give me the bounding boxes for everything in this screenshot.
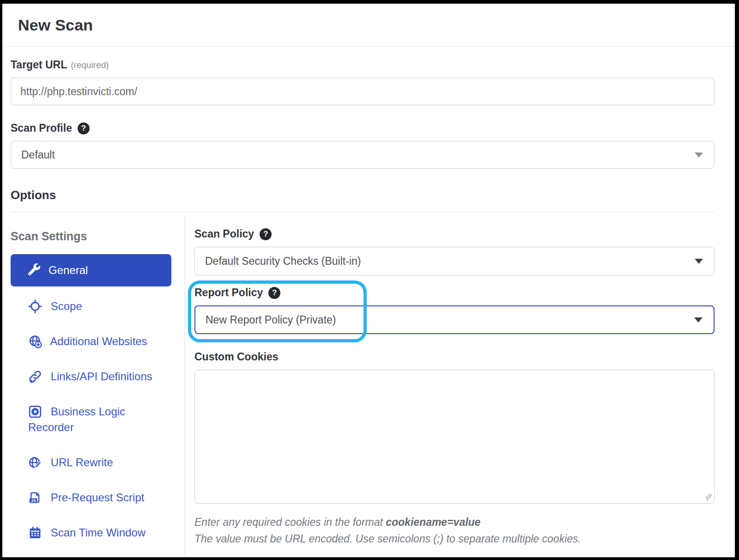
scan-policy-label: Scan Policy xyxy=(194,228,254,240)
sidebar-item-label: URL Rewrite xyxy=(51,456,113,469)
chevron-down-icon xyxy=(695,259,703,264)
wrench-icon xyxy=(28,263,42,277)
sidebar-item-links-api-definitions[interactable]: Links/API Definitions xyxy=(11,369,168,384)
play-square-icon xyxy=(28,405,42,419)
sidebar-item-pre-request-script[interactable]: JS Pre-Request Script xyxy=(11,490,168,505)
sidebar-item-label: Scan Time Window xyxy=(51,526,145,539)
crosshair-icon xyxy=(28,299,42,313)
resize-handle[interactable] xyxy=(706,494,712,500)
report-policy-label-row: Report Policy ? xyxy=(194,286,715,299)
sidebar-heading: Scan Settings xyxy=(11,230,179,243)
scan-settings-sidebar: Scan Settings General Scope xyxy=(11,216,185,560)
scan-profile-label-row: Scan Profile ? xyxy=(11,122,715,134)
options-divider xyxy=(11,212,715,212)
custom-cookies-label: Custom Cookies xyxy=(194,351,278,363)
scan-policy-value: Default Security Checks (Built-in) xyxy=(205,255,361,268)
sidebar-item-scan-time-window[interactable]: Scan Time Window xyxy=(11,525,168,541)
report-policy-label: Report Policy xyxy=(194,286,263,299)
sidebar-item-business-logic-recorder[interactable]: Business Logic Recorder xyxy=(11,404,168,435)
report-policy-group: Report Policy ? New Report Policy (Priva… xyxy=(194,286,715,334)
scan-profile-label: Scan Profile xyxy=(11,122,72,134)
sidebar-item-additional-websites[interactable]: Additional Websites xyxy=(11,334,168,349)
new-scan-window: New Scan Target URL (required) Scan Prof… xyxy=(0,0,739,560)
sidebar-nav: General Scope Additional Websites xyxy=(11,254,171,541)
scan-policy-select[interactable]: Default Security Checks (Built-in) xyxy=(194,247,715,275)
calendar-icon xyxy=(28,526,42,540)
scan-profile-value: Default xyxy=(21,149,55,161)
sidebar-item-scope[interactable]: Scope xyxy=(11,298,168,314)
cookies-help-line1: Enter any required cookies in the format… xyxy=(194,514,715,530)
required-hint: (required) xyxy=(71,60,109,70)
cookies-help-text: Enter any required cookies in the format… xyxy=(194,514,715,547)
cookies-help-line2: The value must be URL encoded. Use semic… xyxy=(194,530,715,547)
sidebar-item-label: Scope xyxy=(51,300,82,312)
globe-plus-icon xyxy=(28,335,42,348)
chevron-down-icon xyxy=(694,317,703,323)
scan-policy-label-row: Scan Policy ? xyxy=(194,228,715,240)
sidebar-item-general[interactable]: General xyxy=(11,254,171,286)
target-url-label-row: Target URL (required) xyxy=(11,59,715,71)
custom-cookies-wrap xyxy=(194,370,715,504)
target-url-input[interactable] xyxy=(11,78,715,105)
scan-profile-help-icon[interactable]: ? xyxy=(78,122,90,134)
target-url-label: Target URL xyxy=(11,59,67,71)
report-policy-value: New Report Policy (Private) xyxy=(206,314,336,326)
cookie-format-example: cookiename=value xyxy=(386,516,480,528)
scan-profile-select[interactable]: Default xyxy=(11,141,715,169)
window-header: New Scan xyxy=(2,4,735,47)
sidebar-item-url-rewrite[interactable]: URL Rewrite xyxy=(11,455,168,470)
options-heading: Options xyxy=(11,188,715,202)
general-settings-panel: Scan Policy ? Default Security Checks (B… xyxy=(185,216,715,560)
link-icon xyxy=(28,370,42,383)
globe-pencil-icon xyxy=(28,456,42,469)
sidebar-item-label: Pre-Request Script xyxy=(51,491,145,504)
sidebar-item-label: Additional Websites xyxy=(50,335,147,347)
report-policy-select[interactable]: New Report Policy (Private) xyxy=(194,305,715,334)
sidebar-item-label: Business Logic Recorder xyxy=(28,405,125,433)
form-content: Target URL (required) Scan Profile ? Def… xyxy=(2,47,735,560)
scan-policy-help-icon[interactable]: ? xyxy=(260,228,272,240)
svg-text:JS: JS xyxy=(31,499,36,503)
custom-cookies-label-row: Custom Cookies xyxy=(194,351,715,363)
sidebar-item-label: General xyxy=(48,262,88,278)
options-columns: Scan Settings General Scope xyxy=(11,216,715,560)
custom-cookies-textarea[interactable] xyxy=(194,370,715,504)
chevron-down-icon xyxy=(695,152,703,158)
report-policy-help-icon[interactable]: ? xyxy=(268,287,280,299)
sidebar-item-label: Links/API Definitions xyxy=(51,370,152,383)
js-file-icon: JS xyxy=(28,491,42,505)
page-title: New Scan xyxy=(18,16,93,34)
